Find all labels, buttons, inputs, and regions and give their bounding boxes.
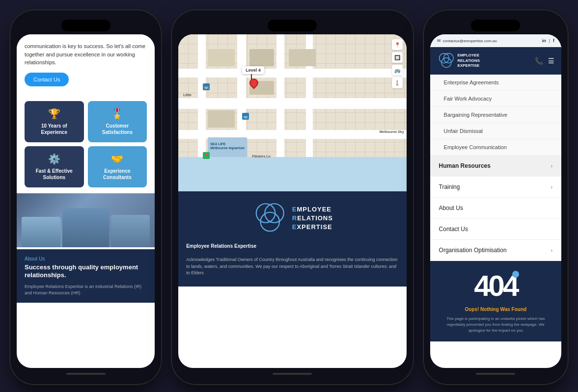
feature-years-label: 10 Years of Experience: [29, 123, 79, 135]
pin-label: Level 4: [242, 66, 264, 74]
ere-acknowledge: Acknowledges Traditional Owners of Count…: [186, 257, 398, 277]
email-bar: ✉ contactus@erexpertise.com.au: [437, 38, 497, 43]
feature-years: 🏆 10 Years of Experience: [25, 101, 84, 142]
bottom-bar-center: [273, 373, 312, 375]
bottom-bar-right: [476, 373, 515, 375]
map-nav-1[interactable]: 📍: [392, 39, 403, 50]
ere-line1: EMPLOYEE: [292, 205, 333, 214]
email-icon: ✉: [437, 38, 441, 43]
contact-bar: ✉ contactus@erexpertise.com.au in | f: [430, 34, 561, 47]
menu-contact-label: Contact Us: [439, 226, 468, 233]
feature-consultants-label: Experience Consultants: [93, 168, 142, 181]
menu-item-hr[interactable]: Human Resources ›: [430, 156, 561, 177]
menu-training-label: Training: [439, 183, 460, 190]
not-found-number: 404: [474, 269, 517, 303]
transit-icon-2: 🚌: [242, 113, 249, 120]
linkedin-icon[interactable]: in: [542, 38, 546, 43]
feature-customer: 🎖️ Customer Satisfactions: [88, 101, 147, 142]
map-nav-2[interactable]: 🔲: [392, 52, 403, 63]
sea-life-label: SEA LIFEMelbourne Aquarium: [210, 142, 245, 151]
social-icons: in | f: [542, 38, 554, 43]
map-nav-4[interactable]: 🚶: [392, 78, 403, 88]
dynamic-island-left: [61, 20, 110, 31]
not-found-dot: [512, 271, 519, 278]
menu-item-training[interactable]: Training ›: [430, 177, 561, 198]
left-phone-screen: communication is key to success. So let'…: [17, 34, 155, 368]
phone-icon[interactable]: 📞: [535, 57, 543, 65]
ere-line3: EXPERTISE: [292, 223, 333, 232]
email-address: contactus@erexpertise.com.au: [443, 39, 497, 43]
right-header: EMPLOYEERELATIONSEXPERTISE 📞 ☰: [430, 47, 561, 75]
ere-mini-label: EMPLOYEERELATIONSEXPERTISE: [458, 53, 480, 68]
street-label-little: Little: [183, 93, 192, 97]
dynamic-island-center: [268, 20, 317, 31]
menu-item-contact[interactable]: Contact Us: [430, 219, 561, 240]
map-nav-3[interactable]: 🚌: [392, 65, 403, 76]
menu-item-emp-comm[interactable]: Employee Communication: [430, 139, 561, 156]
menu-org-label: Organisation Optimisation: [439, 247, 507, 254]
about-headline: Success through quality employment relat…: [25, 263, 147, 280]
menu-icon[interactable]: ☰: [548, 57, 554, 65]
feature-fast-label: Fast & Effective Solutions: [29, 168, 79, 181]
menu-fair-work-label: Fair Work Advocacy: [444, 96, 492, 102]
about-photo: [17, 193, 155, 247]
about-section: About Us Success through quality employm…: [17, 249, 155, 303]
phone-right: ✉ contactus@erexpertise.com.au in | f: [423, 10, 568, 385]
medal-icon: 🎖️: [93, 108, 142, 120]
about-label: About Us: [25, 256, 147, 261]
not-found-title: Oops! Nothing Was Found: [438, 307, 553, 312]
ere-logo-svg: [252, 201, 286, 235]
handshake-icon: 🤝: [93, 153, 142, 165]
street-label-melb: Melbourne Sky: [380, 130, 404, 133]
menu-bargaining-label: Bargaining Representative: [444, 112, 508, 118]
street-label-flinders: Flinders Ln: [252, 155, 271, 158]
ere-small-svg: [437, 52, 455, 70]
dynamic-island-right: [471, 20, 520, 31]
menu-item-org[interactable]: Organisation Optimisation ›: [430, 240, 561, 261]
phone-left: communication is key to success. So let'…: [10, 10, 162, 385]
menu-item-about[interactable]: About Us: [430, 198, 561, 219]
feature-fast: ⚙️ Fast & Effective Solutions: [25, 146, 84, 187]
about-text: Employee Relations Expertise is an Indus…: [25, 284, 147, 296]
trophy-icon: 🏆: [29, 108, 79, 120]
bottom-bar-left: [66, 373, 106, 375]
menu-hr-label: Human Resources: [439, 162, 491, 169]
contact-button[interactable]: Contact Us: [25, 73, 69, 86]
separator: |: [549, 38, 550, 43]
menu-list: Enterprise Agreements Fair Work Advocacy…: [430, 75, 561, 261]
menu-item-bargaining[interactable]: Bargaining Representative: [430, 107, 561, 123]
feature-customer-label: Customer Satisfactions: [93, 123, 142, 135]
phone-center: SEA LIFEMelbourne Aquarium Little Flinde…: [171, 10, 413, 385]
menu-enterprise-label: Enterprise Agreements: [444, 79, 499, 85]
transit-icon-1: 🚌: [203, 83, 210, 90]
not-found-desc: This page is participating in an unlawfu…: [438, 316, 553, 334]
ere-logo-text: EMPLOYEE RELATIONS EXPERTISE: [292, 205, 333, 232]
chevron-hr: ›: [551, 163, 552, 169]
chevron-org: ›: [551, 248, 552, 253]
menu-unfair-label: Unfair Dismissal: [444, 128, 483, 134]
transit-icon-3: 📍: [203, 152, 210, 159]
menu-item-fair-work[interactable]: Fair Work Advocacy: [430, 91, 561, 107]
header-actions: 📞 ☰: [535, 57, 554, 65]
not-found-code: 404: [474, 269, 517, 302]
menu-item-enterprise[interactable]: Enterprise Agreements: [430, 75, 561, 91]
menu-item-unfair[interactable]: Unfair Dismissal: [430, 123, 561, 139]
ere-logo: EMPLOYEE RELATIONS EXPERTISE: [252, 201, 333, 235]
logo-section: EMPLOYEE RELATIONS EXPERTISE Employee Re…: [178, 191, 406, 287]
feature-consultants: 🤝 Experience Consultants: [88, 146, 147, 187]
features-grid: 🏆 10 Years of Experience 🎖️ Customer Sat…: [17, 101, 155, 193]
facebook-icon[interactable]: f: [553, 38, 554, 43]
ere-small-logo: EMPLOYEERELATIONSEXPERTISE: [437, 52, 480, 70]
map-section: SEA LIFEMelbourne Aquarium Little Flinde…: [178, 34, 406, 191]
intro-text: communication is key to success. So let'…: [25, 42, 147, 67]
ere-footer-company: Employee Relations Expertise: [186, 243, 398, 249]
map-pin: [249, 78, 258, 87]
not-found-section: 404 Oops! Nothing Was Found This page is…: [430, 261, 561, 341]
center-phone-screen: SEA LIFEMelbourne Aquarium Little Flinde…: [178, 34, 406, 368]
gear-icon: ⚙️: [29, 153, 79, 165]
map-nav-icons: 📍 🔲 🚌 🚶: [392, 39, 403, 88]
ere-line2: RELATIONS: [292, 214, 333, 223]
chevron-training: ›: [551, 184, 552, 190]
right-phone-screen: ✉ contactus@erexpertise.com.au in | f: [430, 34, 561, 368]
menu-about-label: About Us: [439, 205, 463, 211]
